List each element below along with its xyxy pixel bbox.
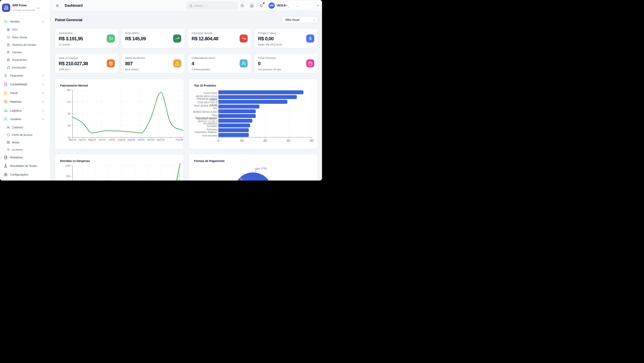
svg-text:16k: 16k: [66, 89, 70, 91]
svg-text:Mar/25: Mar/25: [69, 138, 76, 141]
svg-text:12k: 12k: [66, 100, 70, 103]
svg-text:Dec/25: Dec/25: [157, 138, 164, 141]
svg-text:Cueca boxer: Cueca boxer: [203, 92, 217, 94]
svg-text:Oct/25: Oct/25: [138, 138, 145, 141]
svg-text:001: 001: [213, 107, 217, 110]
svg-text:Importados Réplicas: Importados Réplicas: [195, 131, 217, 133]
svg-text:0: 0: [218, 139, 219, 142]
svg-text:4k: 4k: [68, 124, 70, 127]
svg-text:90k: 90k: [66, 175, 70, 178]
svg-text:8k: 8k: [68, 112, 70, 115]
svg-text:120k: 120k: [65, 164, 70, 167]
svg-text:Esmaltes: Esmaltes: [207, 125, 217, 128]
svg-text:Apr/25: Apr/25: [79, 138, 86, 141]
svg-text:BONES MASCULINO: BONES MASCULINO: [193, 111, 217, 113]
svg-text:60: 60: [286, 139, 290, 142]
svg-text:Nov/25: Nov/25: [147, 138, 154, 141]
svg-text:Tênis: Tênis: [211, 114, 217, 117]
svg-text:Jul/25: Jul/25: [108, 138, 115, 141]
svg-text:20: 20: [240, 139, 244, 142]
svg-text:pix 27%: pix 27%: [256, 167, 267, 170]
svg-text:80: 80: [310, 139, 314, 142]
svg-text:Feb/26: Feb/26: [176, 138, 183, 141]
svg-text:Sep/25: Sep/25: [128, 138, 135, 141]
svg-text:40: 40: [263, 139, 267, 142]
svg-text:Aug/25: Aug/25: [118, 138, 125, 141]
svg-text:May/25: May/25: [88, 138, 96, 141]
svg-text:Anel mas/fem: Anel mas/fem: [202, 134, 217, 137]
svg-text:Jun/25: Jun/25: [98, 138, 106, 141]
